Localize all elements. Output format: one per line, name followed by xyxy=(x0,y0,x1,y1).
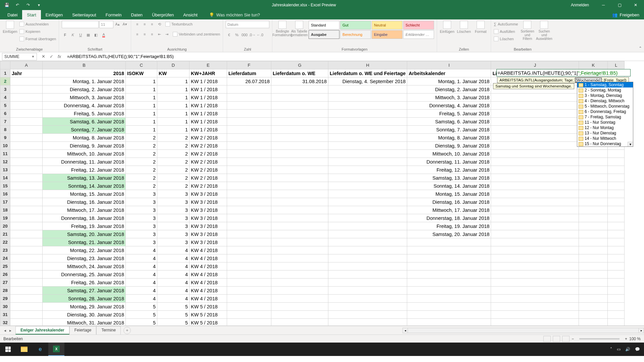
cell[interactable] xyxy=(579,303,608,311)
cell[interactable] xyxy=(10,126,43,134)
cell[interactable] xyxy=(491,238,579,246)
cell[interactable] xyxy=(579,158,608,166)
column-header-D[interactable]: D xyxy=(157,61,190,69)
cell[interactable] xyxy=(271,174,328,182)
row-header-7[interactable]: 7 xyxy=(0,118,10,126)
cell[interactable]: 1 xyxy=(157,110,190,118)
cell[interactable]: Montag, 1. Januar 2018 xyxy=(407,77,491,85)
cell[interactable] xyxy=(328,206,407,214)
row-header-25[interactable]: 25 xyxy=(0,262,10,270)
cell[interactable]: Donnerstag, 18. Januar 2018 xyxy=(407,214,491,222)
select-all-corner[interactable] xyxy=(0,61,10,69)
cell[interactable] xyxy=(227,118,271,126)
taskbar-edge[interactable]: e xyxy=(32,343,48,356)
font-size-combo[interactable] xyxy=(99,21,113,28)
cell[interactable]: Dienstag, 23. Januar 2018 xyxy=(43,254,126,262)
cell[interactable] xyxy=(271,270,328,279)
cell[interactable]: 2 xyxy=(157,166,190,174)
cell[interactable] xyxy=(271,246,328,254)
cell[interactable]: 5 xyxy=(157,303,190,311)
cell[interactable] xyxy=(10,279,43,287)
maximize-icon[interactable]: ▢ xyxy=(612,0,627,10)
cell[interactable] xyxy=(579,279,608,287)
cell[interactable]: 3 xyxy=(126,190,157,198)
wrap-text-button[interactable]: Textumbruch xyxy=(165,21,193,27)
cell[interactable] xyxy=(271,238,328,246)
cell[interactable] xyxy=(328,166,407,174)
cell[interactable] xyxy=(491,287,579,295)
row-header-31[interactable]: 31 xyxy=(0,311,10,319)
insert-cells-button[interactable]: Einfügen xyxy=(440,21,454,34)
cell[interactable]: 1 xyxy=(157,85,190,94)
cut-button[interactable]: Ausschneiden xyxy=(19,21,56,27)
cell[interactable] xyxy=(579,262,608,270)
cell[interactable] xyxy=(608,222,625,230)
format-cells-button[interactable]: Format xyxy=(473,21,488,34)
cell[interactable]: 5 xyxy=(157,311,190,319)
cell[interactable]: KW 4 / 2018 xyxy=(190,287,227,295)
cell[interactable] xyxy=(10,118,43,126)
cell[interactable]: Dienstag, 16. Januar 2018 xyxy=(43,198,126,206)
cell[interactable] xyxy=(328,279,407,287)
header-cell[interactable]: ISOKW xyxy=(126,69,157,77)
cell[interactable] xyxy=(608,182,625,190)
cell[interactable]: Freitag, 12. Januar 2018 xyxy=(43,166,126,174)
cell[interactable]: KW 4 / 2018 xyxy=(190,246,227,254)
cell[interactable]: 1 xyxy=(126,110,157,118)
cell[interactable]: 4 xyxy=(126,287,157,295)
ribbon-tab-formeln[interactable]: Formeln xyxy=(101,10,126,19)
tell-me-search[interactable]: 💡Was möchten Sie tun? xyxy=(202,10,260,19)
cell[interactable] xyxy=(227,110,271,118)
column-header-L[interactable]: L xyxy=(608,61,625,69)
qat-customize-icon[interactable]: ▾ xyxy=(35,1,43,9)
cell[interactable]: KW 4 / 2018 xyxy=(190,295,227,303)
cell[interactable] xyxy=(271,319,328,326)
autocomplete-item[interactable]: 12 - Nur Montag xyxy=(577,125,633,130)
cell[interactable]: 4 xyxy=(157,246,190,254)
undo-icon[interactable]: ↶ xyxy=(13,1,21,9)
cell[interactable] xyxy=(608,190,625,198)
cell[interactable] xyxy=(328,118,407,126)
cell[interactable] xyxy=(407,287,491,295)
sheet-nav-last-icon[interactable]: ▸ xyxy=(9,328,11,333)
cell[interactable] xyxy=(491,150,579,158)
cell[interactable]: KW 1 / 2018 xyxy=(190,85,227,94)
cell[interactable] xyxy=(608,150,625,158)
cell[interactable]: 2 xyxy=(157,174,190,182)
cell[interactable] xyxy=(10,254,43,262)
cell[interactable] xyxy=(10,238,43,246)
cell[interactable] xyxy=(407,246,491,254)
cell[interactable] xyxy=(579,206,608,214)
cell[interactable]: KW 2 / 2018 xyxy=(190,158,227,166)
cell[interactable]: Samstag, 20. Januar 2018 xyxy=(43,230,126,238)
tray-battery-icon[interactable]: ▭ xyxy=(617,347,621,352)
cell[interactable] xyxy=(328,238,407,246)
cell[interactable] xyxy=(328,182,407,190)
cell[interactable] xyxy=(407,270,491,279)
align-right-icon[interactable]: ≡ xyxy=(149,31,155,38)
cell[interactable] xyxy=(407,295,491,303)
cell[interactable]: 4 xyxy=(126,295,157,303)
cell[interactable] xyxy=(328,262,407,270)
row-header-5[interactable]: 5 xyxy=(0,102,10,110)
cell[interactable] xyxy=(227,190,271,198)
cell[interactable] xyxy=(608,214,625,222)
spreadsheet-grid[interactable]: ABCDEFGHIJKL1Jahr2018ISOKWKWKW+JAHRLiefe… xyxy=(0,61,644,326)
cell[interactable]: Donnerstag, 11. Januar 2018 xyxy=(407,158,491,166)
cell[interactable] xyxy=(328,110,407,118)
cell[interactable]: KW 2 / 2018 xyxy=(190,150,227,158)
fill-color-button[interactable]: ◧ xyxy=(93,32,99,38)
redo-icon[interactable]: ↷ xyxy=(24,1,32,9)
copy-button[interactable]: Kopieren xyxy=(19,28,56,35)
cell[interactable] xyxy=(491,166,579,174)
cell[interactable] xyxy=(579,214,608,222)
cell[interactable] xyxy=(227,311,271,319)
cell[interactable] xyxy=(271,303,328,311)
cell[interactable]: KW 2 / 2018 xyxy=(190,142,227,150)
cell[interactable] xyxy=(227,246,271,254)
enter-formula-icon[interactable]: ✓ xyxy=(48,54,54,59)
row-header-30[interactable]: 30 xyxy=(0,303,10,311)
cell[interactable] xyxy=(227,295,271,303)
indent-inc-icon[interactable]: ⇥ xyxy=(163,31,170,38)
cell[interactable]: Samstag, 13. Januar 2018 xyxy=(407,174,491,182)
